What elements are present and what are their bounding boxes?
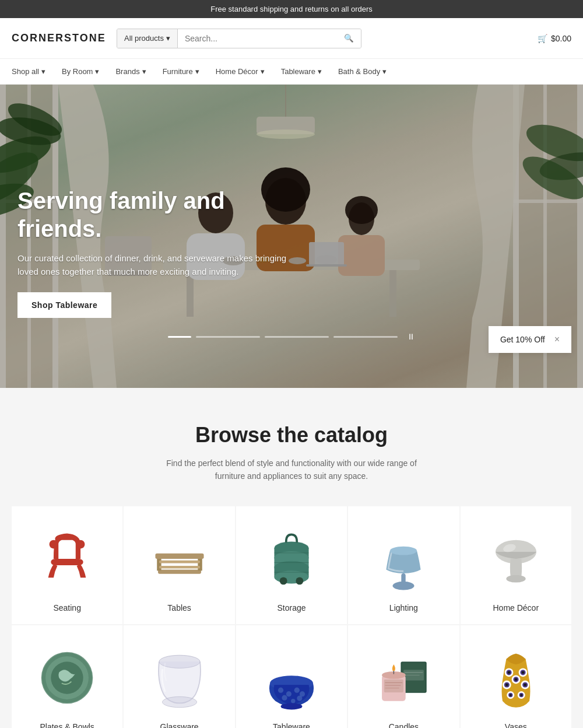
nav-label-by-room: By Room bbox=[62, 67, 93, 76]
svg-point-58 bbox=[296, 577, 303, 584]
svg-point-63 bbox=[393, 582, 415, 590]
discount-close-button[interactable]: × bbox=[554, 334, 560, 345]
nav-item-furniture[interactable]: Furniture ▾ bbox=[163, 61, 199, 82]
search-bar: All products ▾ 🔍 bbox=[117, 29, 361, 48]
storage-image bbox=[257, 524, 326, 594]
seating-image bbox=[32, 524, 102, 594]
catalog-item-lighting[interactable]: Lighting bbox=[348, 506, 459, 624]
nav-item-brands[interactable]: Brands ▾ bbox=[115, 61, 146, 82]
discount-label: Get 10% Off bbox=[500, 335, 545, 344]
svg-rect-44 bbox=[155, 554, 203, 559]
indicator-3[interactable] bbox=[265, 336, 329, 338]
svg-rect-45 bbox=[158, 569, 201, 573]
shop-tableware-button[interactable]: Shop Tableware bbox=[17, 292, 111, 318]
nav-label-home-decor: Home Décor bbox=[216, 67, 258, 76]
svg-point-42 bbox=[50, 540, 58, 548]
svg-point-73 bbox=[162, 696, 196, 707]
svg-point-115 bbox=[520, 694, 522, 696]
hero-content: Serving family and friends. Our curated … bbox=[17, 187, 297, 318]
lighting-label: Lighting bbox=[389, 603, 418, 612]
nav-dropdown-icon-furniture: ▾ bbox=[195, 67, 199, 76]
svg-point-82 bbox=[281, 703, 303, 709]
announcement-text: Free standard shipping and returns on al… bbox=[210, 5, 373, 13]
catalog-item-candles[interactable]: Candles bbox=[348, 625, 459, 728]
catalog-row-1: Seating Tables bbox=[12, 506, 571, 624]
indicator-1[interactable] bbox=[168, 336, 191, 338]
nav-label-shop-all: Shop all bbox=[12, 67, 39, 76]
catalog-item-plates[interactable]: Plates & Bowls bbox=[12, 625, 122, 728]
pause-icon: ⏸ bbox=[407, 332, 415, 341]
nav-dropdown-icon-bath-body: ▾ bbox=[382, 67, 387, 76]
svg-point-79 bbox=[282, 695, 287, 700]
catalog-item-glassware[interactable]: Glassware bbox=[124, 625, 234, 728]
hero-indicators: ⏸ bbox=[168, 332, 415, 341]
svg-point-64 bbox=[390, 547, 417, 555]
cart-amount: $0.00 bbox=[551, 34, 571, 43]
tableware-label: Tableware bbox=[273, 722, 310, 728]
nav-label-furniture: Furniture bbox=[163, 67, 193, 76]
svg-point-103 bbox=[505, 683, 508, 686]
nav-item-shop-all[interactable]: Shop all ▾ bbox=[12, 61, 45, 82]
plates-label: Plates & Bowls bbox=[40, 722, 94, 728]
nav-dropdown-icon-by-room: ▾ bbox=[95, 67, 99, 76]
nav-item-home-decor[interactable]: Home Décor ▾ bbox=[216, 61, 265, 82]
cart-icon: 🛒 bbox=[538, 34, 547, 43]
indicator-4[interactable] bbox=[333, 336, 398, 338]
svg-point-109 bbox=[514, 678, 517, 681]
svg-point-75 bbox=[278, 687, 283, 692]
indicator-2[interactable] bbox=[196, 336, 260, 338]
svg-rect-89 bbox=[384, 680, 403, 692]
nav-dropdown-icon-tableware: ▾ bbox=[318, 67, 322, 76]
tables-label: Tables bbox=[167, 603, 191, 612]
logo[interactable]: CORNERSTONE bbox=[12, 32, 117, 44]
catalog-subtitle: Find the perfect blend of style and func… bbox=[163, 457, 420, 483]
svg-point-43 bbox=[76, 540, 85, 548]
catalog-item-storage[interactable]: Storage bbox=[236, 506, 347, 624]
glassware-image bbox=[145, 643, 215, 713]
glassware-label: Glassware bbox=[160, 722, 199, 728]
hero-title: Serving family and friends. bbox=[17, 187, 297, 243]
search-button[interactable]: 🔍 bbox=[337, 29, 361, 48]
nav-label-bath-body: Bath & Body bbox=[338, 67, 380, 76]
svg-point-57 bbox=[280, 577, 287, 584]
catalog-item-seating[interactable]: Seating bbox=[12, 506, 122, 624]
storage-label: Storage bbox=[277, 603, 305, 612]
pause-button[interactable]: ⏸ bbox=[407, 332, 415, 341]
search-input[interactable] bbox=[178, 29, 337, 48]
svg-point-56 bbox=[274, 570, 308, 583]
svg-rect-41 bbox=[51, 559, 83, 565]
header-right: 🛒 $0.00 bbox=[538, 34, 571, 43]
svg-rect-48 bbox=[159, 561, 200, 564]
nav-label-tableware: Tableware bbox=[281, 67, 315, 76]
nav-dropdown-icon-brands: ▾ bbox=[142, 67, 146, 76]
cart-button[interactable]: 🛒 $0.00 bbox=[538, 34, 571, 43]
svg-point-66 bbox=[506, 575, 525, 582]
catalog-item-home-decor[interactable]: Home Décor bbox=[461, 506, 571, 624]
svg-point-112 bbox=[510, 694, 512, 696]
nav-label-brands: Brands bbox=[115, 67, 139, 76]
seating-label: Seating bbox=[53, 603, 80, 612]
svg-point-80 bbox=[291, 699, 295, 703]
svg-point-97 bbox=[507, 671, 510, 674]
nav-item-by-room[interactable]: By Room ▾ bbox=[62, 61, 99, 82]
nav-item-tableware[interactable]: Tableware ▾ bbox=[281, 61, 322, 82]
catalog-section: Browse the catalog Find the perfect blen… bbox=[0, 388, 583, 728]
main-nav: Shop all ▾ By Room ▾ Brands ▾ Furniture … bbox=[0, 59, 583, 85]
nav-dropdown-icon-shop-all: ▾ bbox=[41, 67, 45, 76]
catalog-item-tableware[interactable]: Tableware bbox=[236, 625, 347, 728]
svg-point-76 bbox=[286, 691, 292, 696]
catalog-item-tables[interactable]: Tables bbox=[124, 506, 234, 624]
nav-item-bath-body[interactable]: Bath & Body ▾ bbox=[338, 61, 387, 82]
svg-point-100 bbox=[521, 671, 524, 674]
catalog-item-vases[interactable]: Vases bbox=[461, 625, 571, 728]
tables-image bbox=[145, 524, 215, 594]
search-category-dropdown[interactable]: All products ▾ bbox=[117, 29, 178, 48]
announcement-bar: Free standard shipping and returns on al… bbox=[0, 0, 583, 18]
search-icon: 🔍 bbox=[344, 34, 354, 43]
discount-popup: Get 10% Off × bbox=[489, 326, 571, 353]
plates-image bbox=[32, 643, 102, 713]
vases-image bbox=[481, 643, 551, 713]
home-decor-label: Home Décor bbox=[493, 603, 539, 612]
svg-point-77 bbox=[294, 687, 300, 692]
lighting-image bbox=[368, 524, 438, 594]
